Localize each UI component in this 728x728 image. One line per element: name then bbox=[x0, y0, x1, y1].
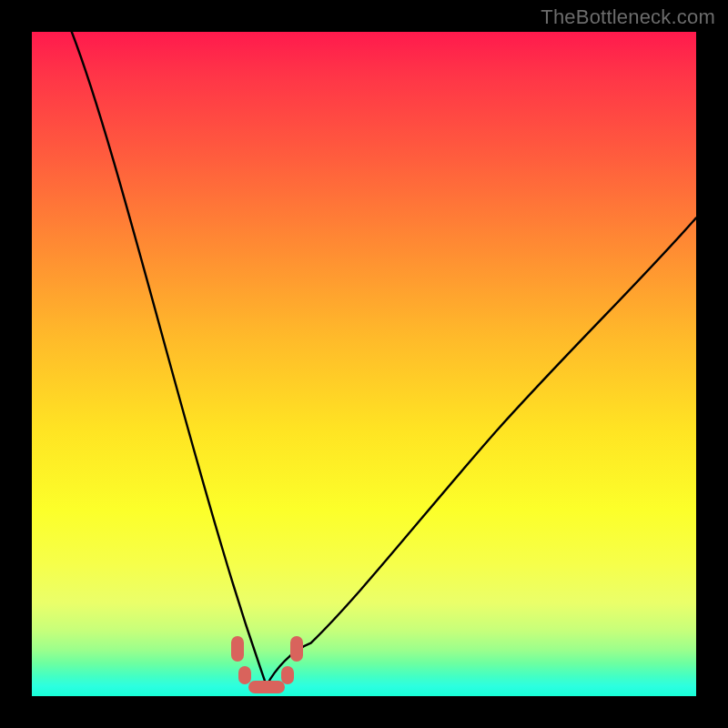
svg-rect-2 bbox=[248, 681, 285, 693]
curve-left-branch bbox=[72, 32, 267, 685]
svg-rect-3 bbox=[281, 666, 294, 684]
chart-frame: TheBottleneck.com line left-branch bbox=[0, 0, 728, 728]
svg-rect-4 bbox=[290, 636, 303, 662]
plot-area bbox=[32, 32, 696, 696]
curve-right-branch bbox=[267, 217, 696, 685]
marker-group bbox=[231, 636, 303, 693]
svg-rect-1 bbox=[238, 666, 251, 684]
bottleneck-curve bbox=[32, 32, 696, 696]
svg-rect-0 bbox=[231, 636, 244, 662]
watermark-text: TheBottleneck.com bbox=[541, 5, 715, 29]
